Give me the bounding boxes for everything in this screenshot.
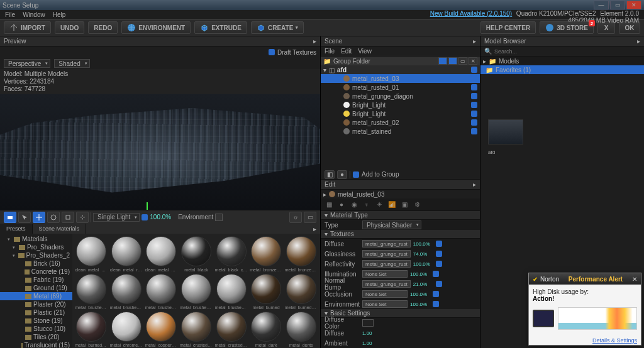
tree-node[interactable]: ▾Materials: [0, 235, 72, 243]
material-item[interactable]: clean_metal_rough: [110, 236, 143, 272]
tree-node[interactable]: Translucent (15): [0, 341, 72, 348]
environment-button[interactable]: ENVIRONMENT: [121, 21, 191, 34]
texture-toggle[interactable]: [436, 251, 442, 257]
scene-root[interactable]: ▾◫ afd: [321, 65, 480, 74]
light-checkbox[interactable]: [142, 214, 148, 220]
texture-field[interactable]: None Set: [362, 270, 408, 278]
material-item[interactable]: metal_bronze_tex: [250, 236, 283, 272]
visibility-toggle[interactable]: [471, 128, 477, 134]
image-icon[interactable]: ▦: [325, 200, 333, 209]
minimize-button[interactable]: —: [594, 1, 609, 9]
material-item[interactable]: metal_copper_brt: [145, 312, 178, 347]
texture-field[interactable]: metal_grunge_rust: [362, 260, 411, 268]
material-item[interactable]: metal_black_chips: [214, 236, 248, 272]
favorites-row[interactable]: 📁Favorites (1): [480, 65, 644, 74]
shading-dropdown[interactable]: Shaded: [54, 59, 89, 68]
menu-window[interactable]: Window: [23, 11, 45, 18]
scene-edit[interactable]: Edit: [341, 48, 352, 55]
visibility-toggle[interactable]: [471, 111, 477, 117]
addgroup-checkbox[interactable]: [353, 171, 359, 178]
transform-gizmo[interactable]: [138, 204, 157, 210]
visibility-toggle[interactable]: [471, 119, 477, 126]
models-row[interactable]: ▸📁Models: [480, 57, 644, 65]
scene-item[interactable]: Bright_Light: [321, 109, 480, 118]
visibility-toggle[interactable]: [471, 93, 477, 99]
group-btn-2[interactable]: [448, 57, 457, 65]
tree-node[interactable]: Plastic (21): [0, 308, 72, 317]
tree-node[interactable]: Fabric (19): [0, 276, 72, 284]
material-item[interactable]: metal_burned_scat: [75, 312, 108, 347]
material-item[interactable]: metal_bronze_rust: [284, 236, 318, 272]
material-item[interactable]: metal_dark: [250, 312, 283, 347]
popup-details-link[interactable]: Details & Settings: [529, 336, 641, 345]
material-item[interactable]: metal_brushed_din: [110, 274, 143, 310]
visibility-toggle[interactable]: [471, 75, 477, 82]
group-btn-1[interactable]: [438, 57, 447, 65]
close-button[interactable]: ✕: [626, 1, 641, 9]
texture-toggle[interactable]: [436, 241, 442, 247]
expand-icon[interactable]: ▸: [473, 181, 476, 188]
redo-button[interactable]: REDO: [88, 21, 118, 34]
scene-item[interactable]: metal_grunge_diagon: [321, 92, 480, 101]
scale-tool-button[interactable]: [62, 212, 74, 223]
draft-textures-checkbox[interactable]: [269, 49, 275, 55]
textures-section[interactable]: ▾Textures: [321, 230, 480, 239]
scene-item[interactable]: Bright_Light: [321, 101, 480, 109]
expand-icon[interactable]: ▸: [473, 38, 476, 45]
scene-file[interactable]: File: [325, 48, 335, 55]
tree-node[interactable]: Metal (69): [0, 292, 72, 300]
texture-toggle[interactable]: [433, 291, 439, 297]
color-swatch[interactable]: [362, 319, 374, 327]
gear-icon[interactable]: ⚙: [413, 200, 421, 209]
material-item[interactable]: metal_burned: [250, 274, 283, 310]
sphere-icon[interactable]: ●: [337, 200, 346, 209]
material-item[interactable]: metal_chrome_dis: [110, 312, 143, 347]
light-icon[interactable]: ♀: [362, 200, 371, 209]
collapse-icon[interactable]: ▸: [313, 38, 316, 45]
group-close[interactable]: ✕: [469, 57, 477, 65]
material-item[interactable]: metal_brushed_gr: [180, 274, 213, 310]
sun-icon[interactable]: ☀: [375, 200, 384, 209]
material-item[interactable]: metal_dents: [284, 312, 318, 347]
material-item[interactable]: clean_metal_smoo: [145, 236, 178, 272]
scene-item[interactable]: metal_stained: [321, 127, 480, 136]
tree-node[interactable]: Tiles (20): [0, 333, 72, 341]
3d-store-button[interactable]: 3D STORE2: [540, 21, 594, 34]
scene-view[interactable]: View: [358, 48, 372, 55]
tab-scene-materials[interactable]: Scene Materials: [33, 224, 87, 234]
material-item[interactable]: metal_brushed_gr: [145, 274, 178, 310]
menu-file[interactable]: File: [5, 11, 15, 18]
lighting-dropdown[interactable]: Single Light: [93, 213, 140, 222]
texture-toggle[interactable]: [436, 281, 442, 287]
box-icon[interactable]: ▣: [400, 200, 409, 209]
camera-tool-button[interactable]: [4, 212, 16, 223]
tree-node[interactable]: ▾Pro_Shaders: [0, 243, 72, 251]
scene-item[interactable]: metal_rusted_02: [321, 118, 480, 127]
move-tool-button[interactable]: [33, 212, 45, 223]
material-type-section[interactable]: ▾Material Type: [321, 211, 480, 220]
visibility-toggle[interactable]: [471, 84, 477, 90]
material-item[interactable]: metal_brushed_pla: [214, 274, 248, 310]
add-icon[interactable]: ◧: [325, 170, 335, 179]
tree-node[interactable]: Stone (19): [0, 317, 72, 325]
wireframe-button[interactable]: ☼: [289, 212, 302, 223]
material-item[interactable]: metal_brushed_bla: [75, 274, 108, 310]
rotate-tool-button[interactable]: [47, 212, 60, 223]
material-item[interactable]: metal_black: [180, 236, 213, 272]
texture-field[interactable]: metal_grunge_rust: [362, 280, 411, 288]
group-folder-row[interactable]: 📁 Group Folder ▭ ✕: [321, 57, 480, 65]
menu-help[interactable]: Help: [53, 11, 66, 18]
texture-toggle[interactable]: [433, 301, 439, 307]
tree-node[interactable]: ▾Pro_Shaders_2: [0, 251, 72, 259]
anchor-tool-button[interactable]: ⊹: [76, 212, 89, 223]
popup-close[interactable]: ✕: [632, 276, 637, 283]
select-tool-button[interactable]: [18, 212, 31, 223]
texture-field[interactable]: metal_grunge_rust: [362, 250, 411, 258]
search-input[interactable]: [494, 48, 640, 55]
tree-node[interactable]: Plaster (20): [0, 300, 72, 308]
model-thumbnail[interactable]: [488, 119, 523, 144]
material-item[interactable]: metal_crusted_02: [214, 312, 248, 347]
3d-viewport[interactable]: [0, 94, 320, 210]
texture-toggle[interactable]: [436, 261, 442, 267]
import-button[interactable]: IMPORT: [4, 21, 51, 34]
